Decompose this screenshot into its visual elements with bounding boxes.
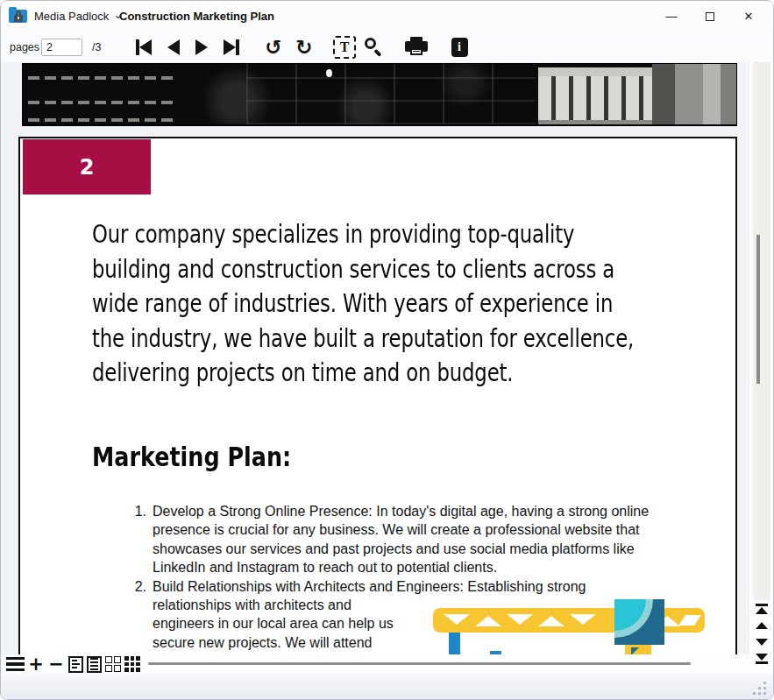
horizontal-scrollbar[interactable] [148,662,691,665]
section-heading: Marketing Plan: [92,441,523,472]
print-icon [404,37,429,58]
crane-illustration [415,597,709,654]
vertical-scrollbar [749,62,772,674]
crane-blue-bar [449,631,460,654]
grid-3x3-icon [124,656,140,672]
scroll-to-bottom-button[interactable] [752,651,770,667]
status-bar [1,674,773,700]
rotate-right-icon: ↻ [295,36,312,59]
fit-width-button[interactable] [66,654,85,674]
maximize-button[interactable] [691,1,729,32]
list-item-text: Build Relationships with Architects and … [153,579,586,594]
titlebar: Media Padlock ⌄ Construction Marketing P… [1,1,773,32]
vertical-scrollbar-thumb[interactable] [756,235,760,384]
list-item-text-wrapped: relationships with architects and engine… [153,596,410,652]
two-page-view-button[interactable] [103,654,123,674]
last-page-button[interactable] [218,32,245,62]
page-2: 2 Our company specializes in providing t… [18,137,737,654]
page-number-badge: 2 [23,139,151,194]
menu-button[interactable] [4,654,25,674]
app-menu-button[interactable]: Media Padlock ⌄ [34,1,123,32]
fit-page-button[interactable] [84,654,103,674]
page-total-label: /3 [92,32,101,62]
minimize-icon: — [666,10,678,23]
first-page-button[interactable] [131,32,157,62]
zoom-out-icon: − [48,654,64,675]
info-icon: i [451,38,468,57]
last-page-icon [224,39,236,55]
intro-paragraph: Our company specializes in providing top… [92,217,644,391]
zoom-in-icon: + [28,654,44,675]
rotate-right-button[interactable]: ↻ [291,32,317,62]
thumbnail-view-button[interactable] [123,654,142,674]
search-icon [362,36,385,59]
pages-label: pages [10,32,39,62]
print-button[interactable] [402,32,430,62]
fit-width-icon [68,656,83,673]
app-name: Media Padlock [34,10,109,23]
close-icon: ✕ [744,10,754,23]
list-item-marker: 2. [131,577,146,596]
zoom-in-button[interactable]: + [26,654,46,674]
rotate-left-icon: ↺ [265,36,281,59]
toolbar: pages /3 ↺ ↻ T [1,32,773,62]
scroll-bottom-icon [756,654,768,661]
previous-page-icon [167,39,180,55]
hamburger-menu-icon [6,657,25,672]
text-select-icon: T [333,36,356,59]
search-button[interactable] [360,32,387,62]
app-window: Media Padlock ⌄ Construction Marketing P… [0,0,774,700]
previous-page-button[interactable] [164,32,183,62]
scroll-down-button[interactable] [752,634,770,650]
page-number: 2 [80,155,95,180]
text-select-button[interactable]: T [331,32,358,62]
scroll-top-icon [756,604,768,606]
list-item-marker: 1. [131,502,146,520]
crane-cab [614,599,664,645]
bottom-toolbar: + − [1,654,773,674]
document-title: Construction Marketing Plan [119,1,274,32]
rotate-left-button[interactable]: ↺ [260,32,287,62]
resize-grip[interactable] [750,682,766,695]
next-page-button[interactable] [192,32,211,62]
fit-page-icon [87,656,102,673]
crane-hook-block [625,645,651,654]
scroll-up-icon [756,622,768,629]
info-button[interactable]: i [446,32,472,62]
list-item: 1. Develop a Strong Online Presence: In … [20,502,669,577]
grid-2x2-icon [105,656,121,672]
app-logo-folder-lock-icon [9,8,28,24]
scroll-to-top-button[interactable] [752,601,770,617]
page-number-input[interactable] [41,39,82,56]
scroll-down-icon [756,639,768,646]
next-page-icon [195,39,208,55]
minimize-button[interactable]: — [652,1,691,32]
window-controls: — ✕ [652,1,768,32]
zoom-out-button[interactable]: − [46,654,66,674]
scroll-up-button[interactable] [752,618,770,633]
document-viewport[interactable]: 2 Our company specializes in providing t… [1,62,749,654]
list-item-text: Develop a Strong Online Presence: In tod… [153,504,649,575]
vertical-scrollbar-track[interactable] [753,62,770,600]
close-button[interactable]: ✕ [729,1,768,32]
construction-photo [22,63,737,126]
maximize-icon [706,12,714,21]
